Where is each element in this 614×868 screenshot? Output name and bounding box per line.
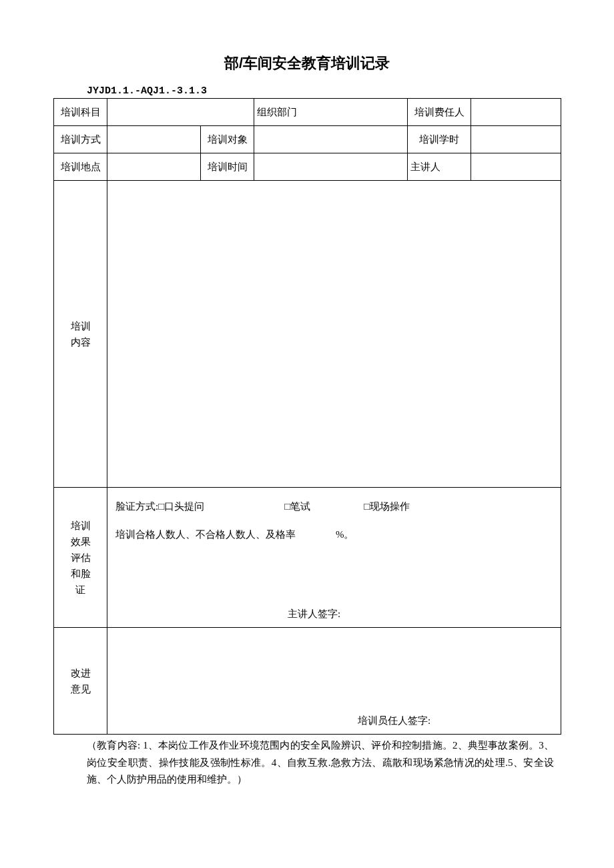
label-effect: 培训 效果 评估 和脸 证 [54, 488, 107, 628]
table-row: 培训方式 培训对象 培训学时 [54, 126, 561, 153]
verify-prefix: 脸证方式: [115, 501, 158, 512]
speaker-sign-label: 主讲人签字: [107, 606, 561, 622]
value-effect: 脸证方式:□口头提问□笔试□现场操作 培训合格人数人、不合格人数人、及格率 %。… [107, 488, 561, 628]
value-content [107, 181, 561, 488]
label-speaker: 主讲人 [408, 153, 471, 181]
page-title: 部/车间安全教育培训记录 [53, 53, 561, 73]
value-responsible [471, 99, 561, 126]
label-improve: 改进 意见 [54, 628, 107, 735]
checkbox-onsite: □现场操作 [364, 501, 410, 512]
table-row: 培训 内容 [54, 181, 561, 488]
label-target: 培训对象 [201, 126, 254, 153]
form-code: JYJD1.1.-AQJ1.-3.1.3 [87, 85, 561, 97]
label-subject: 培训科目 [54, 99, 107, 126]
value-location [107, 153, 201, 181]
value-subject [107, 99, 254, 126]
pass-rate-line: 培训合格人数人、不合格人数人、及格率 %。 [115, 526, 553, 609]
label-location: 培训地点 [54, 153, 107, 181]
footnotes: （教育内容: 1、本岗位工作及作业环境范围内的安全风险辨识、评价和控制措施。2、… [53, 735, 561, 789]
table-row: 改进 意见 培训员任人签字: [54, 628, 561, 735]
verify-method-line: 脸证方式:□口头提问□笔试□现场操作 [115, 496, 553, 526]
label-content: 培训 内容 [54, 181, 107, 488]
table-row: 培训地点 培训时间 主讲人 [54, 153, 561, 181]
training-record-table: 培训科目 组织部门 培训费任人 培训方式 培训对象 培训学时 培训地点 培训时间… [53, 98, 561, 735]
label-department: 组织部门 [254, 99, 408, 126]
table-row: 培训科目 组织部门 培训费任人 [54, 99, 561, 126]
value-speaker [471, 153, 561, 181]
label-responsible: 培训费任人 [408, 99, 471, 126]
value-target [254, 126, 408, 153]
label-method: 培训方式 [54, 126, 107, 153]
trainer-sign-label: 培训员任人签字: [107, 713, 561, 729]
value-hours [471, 126, 561, 153]
checkbox-oral: □口头提问 [158, 501, 204, 512]
label-time: 培训时间 [201, 153, 254, 181]
label-hours: 培训学时 [408, 126, 471, 153]
value-time [254, 153, 408, 181]
value-method [107, 126, 201, 153]
checkbox-written: □笔试 [284, 501, 310, 512]
table-row: 培训 效果 评估 和脸 证 脸证方式:□口头提问□笔试□现场操作 培训合格人数人… [54, 488, 561, 628]
value-improve: 培训员任人签字: [107, 628, 561, 735]
